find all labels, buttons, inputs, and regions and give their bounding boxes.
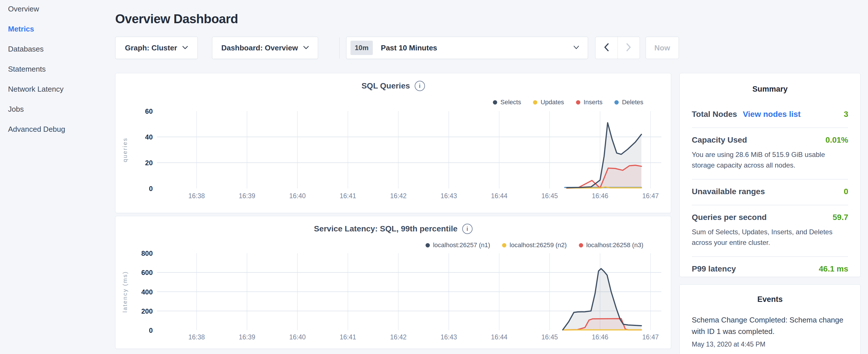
y-axis-tick-label: 40: [145, 133, 153, 141]
page-title: Overview Dashboard: [115, 12, 238, 26]
x-axis-tick-label: 16:41: [340, 192, 356, 200]
time-step-buttons: [595, 37, 640, 59]
summary-row-value: 0.01%: [826, 135, 848, 144]
y-axis-tick-label: 600: [141, 269, 153, 277]
summary-row-label: Unavailable ranges: [692, 187, 765, 196]
now-button[interactable]: Now: [646, 37, 679, 59]
sql-queries-plot: 16:3816:3916:4016:4116:4216:4316:4416:45…: [116, 73, 672, 213]
y-axis-tick-label: 800: [141, 250, 153, 257]
summary-row-label: P99 latency: [692, 264, 736, 273]
summary-row: Queries per second59.7Sum of Selects, Up…: [692, 205, 848, 257]
y-axis-tick-label: 200: [141, 307, 153, 315]
x-axis-tick-label: 16:43: [440, 333, 457, 341]
x-axis-tick-label: 16:40: [289, 192, 306, 200]
chevron-down-icon: [182, 45, 188, 51]
events-panel: Events Schema Change Completed: Schema c…: [679, 284, 861, 354]
summary-row-value: 0: [844, 187, 848, 196]
summary-row-value: 59.7: [833, 213, 848, 222]
sidebar-item-metrics[interactable]: Metrics: [8, 25, 114, 33]
y-axis-tick-label: 20: [145, 159, 153, 167]
controls-divider: [339, 37, 340, 58]
event-item[interactable]: Schema Change Completed: Schema change w…: [692, 314, 848, 348]
x-axis-tick-label: 16:38: [188, 333, 205, 341]
summary-row-value: 46.1 ms: [819, 264, 848, 273]
summary-row: Total NodesView nodes list3: [692, 102, 848, 128]
event-timestamp: May 13, 2020 at 4:45 PM: [692, 341, 848, 348]
x-axis-tick-label: 16:46: [592, 192, 608, 200]
view-nodes-list-link[interactable]: View nodes list: [743, 110, 801, 119]
time-step-back-button[interactable]: [595, 37, 618, 59]
summary-row-label: Queries per second: [692, 213, 767, 222]
time-range-badge: 10m: [350, 41, 373, 55]
x-axis-tick-label: 16:45: [541, 333, 558, 341]
graph-dropdown[interactable]: Graph: Cluster: [115, 37, 198, 59]
sidebar-item-jobs[interactable]: Jobs: [8, 105, 114, 113]
time-range-selector[interactable]: 10m Past 10 Minutes: [346, 37, 588, 59]
summary-panel: Summary Total NodesView nodes list3Capac…: [679, 73, 861, 277]
event-text: Schema Change Completed: Schema change w…: [692, 314, 848, 337]
x-axis-tick-label: 16:44: [491, 333, 507, 341]
x-axis-tick-label: 16:39: [239, 333, 255, 341]
sidebar-item-advanced-debug[interactable]: Advanced Debug: [8, 125, 114, 133]
x-axis-tick-label: 16:42: [390, 333, 407, 341]
chevron-left-icon: [604, 43, 609, 53]
y-axis-label: queries: [122, 137, 128, 162]
x-axis-tick-label: 16:38: [188, 192, 205, 200]
x-axis-tick-label: 16:47: [642, 333, 659, 341]
summary-row-description: You are using 28.6 MiB of 515.9 GiB usab…: [692, 149, 848, 170]
x-axis-tick-label: 16:40: [289, 333, 306, 341]
chevron-down-icon: [574, 45, 579, 51]
sidebar-item-network-latency[interactable]: Network Latency: [8, 85, 114, 93]
x-axis-tick-label: 16:45: [541, 192, 558, 200]
x-axis-tick-label: 16:39: [239, 192, 255, 200]
summary-row-label: Total Nodes: [692, 110, 737, 119]
chevron-right-icon: [626, 43, 631, 53]
graph-dropdown-label: Graph: Cluster: [125, 43, 177, 53]
x-axis-tick-label: 16:41: [340, 333, 356, 341]
y-axis-tick-label: 0: [149, 185, 153, 192]
x-axis-tick-label: 16:47: [642, 192, 659, 200]
summary-row-value: 3: [844, 110, 848, 119]
y-axis-tick-label: 60: [145, 107, 153, 115]
x-axis-tick-label: 16:43: [440, 192, 457, 200]
summary-row: Unavailable ranges0: [692, 180, 848, 205]
service-latency-plot: 16:3816:3916:4016:4116:4216:4316:4416:45…: [116, 216, 672, 349]
chevron-down-icon: [303, 45, 309, 51]
sidebar: OverviewMetricsDatabasesStatementsNetwor…: [0, 0, 114, 133]
x-axis-tick-label: 16:44: [491, 192, 507, 200]
events-panel-title: Events: [692, 295, 848, 304]
sidebar-item-overview[interactable]: Overview: [8, 5, 114, 12]
dashboard-dropdown[interactable]: Dashboard: Overview: [212, 37, 318, 59]
summary-row: P99 latency46.1 ms: [692, 257, 848, 282]
summary-row-label: Capacity Used: [692, 135, 747, 144]
dashboard-dropdown-label: Dashboard: Overview: [221, 43, 298, 53]
summary-row: Capacity Used0.01%You are using 28.6 MiB…: [692, 128, 848, 180]
time-step-forward-button[interactable]: [618, 37, 640, 59]
sql-queries-chart-card: SQL Queries i SelectsUpdatesInsertsDelet…: [115, 73, 671, 213]
sidebar-item-statements[interactable]: Statements: [8, 65, 114, 73]
summary-row-description: Sum of Selects, Updates, Inserts, and De…: [692, 227, 848, 248]
x-axis-tick-label: 16:46: [592, 333, 608, 341]
y-axis-tick-label: 400: [141, 288, 153, 296]
time-range-label: Past 10 Minutes: [381, 43, 574, 53]
service-latency-chart-card: Service Latency: SQL, 99th percentile i …: [115, 216, 671, 349]
y-axis-label: latency (ms): [122, 271, 128, 313]
x-axis-tick-label: 16:42: [390, 192, 407, 200]
sidebar-item-databases[interactable]: Databases: [8, 45, 114, 53]
y-axis-tick-label: 0: [149, 326, 153, 334]
summary-panel-title: Summary: [692, 85, 848, 94]
